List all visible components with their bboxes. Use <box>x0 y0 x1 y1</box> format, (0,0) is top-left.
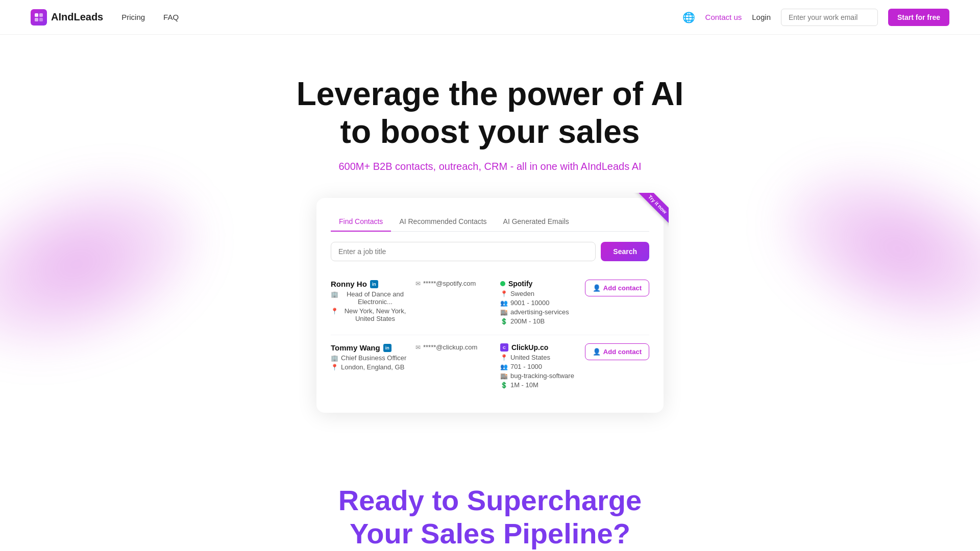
active-dot-1 <box>500 281 505 286</box>
search-row: Search <box>331 242 649 261</box>
pin-icon-1: 📍 <box>331 308 338 315</box>
cta-title-line2: Your Sales Pipeline? <box>350 517 630 549</box>
add-contact-button-2[interactable]: 👤 Add contact <box>585 343 649 360</box>
add-icon-2: 👤 <box>593 348 601 356</box>
tab-ai-recommended[interactable]: AI Recommended Contacts <box>391 212 495 232</box>
email-input[interactable] <box>781 9 878 26</box>
contact-email-1: ✉ *****@spotify.com <box>415 280 494 289</box>
tabs: Find Contacts AI Recommended Contacts AI… <box>331 212 649 232</box>
contact-email-2: ✉ *****@clickup.com <box>415 343 494 353</box>
email-icon-2: ✉ <box>415 344 421 351</box>
add-contact-button-1[interactable]: 👤 Add contact <box>585 280 649 296</box>
hero-subtitle: 600M+ B2B contacts, outreach, CRM - all … <box>10 161 970 172</box>
add-contact-wrap-1: 👤 Add contact <box>585 280 649 296</box>
company-revenue-1: 💲 200M - 10B <box>500 317 579 325</box>
users-icon-2: 👥 <box>500 363 508 370</box>
dollar-icon-2: 💲 <box>500 382 508 389</box>
nav-left: AIndLeads Pricing FAQ <box>31 9 179 26</box>
email-icon-1: ✉ <box>415 280 421 287</box>
company-name-1: Spotify <box>500 280 579 288</box>
contact-name-2: Tommy Wang in <box>331 343 409 352</box>
contact-title-1: 🏢 Head of Dance and Electronic... <box>331 290 409 306</box>
main-card: Try it now Find Contacts AI Recommended … <box>316 198 664 413</box>
company-info-2: C ClickUp.co 📍 United States 👥 701 - 100… <box>500 343 579 390</box>
ribbon: Try it now <box>635 193 669 228</box>
company-employees-2: 👥 701 - 1000 <box>500 363 579 370</box>
company-country-2: 📍 United States <box>500 354 579 361</box>
globe-button[interactable]: 🌐 <box>682 11 695 23</box>
company-name-2: C ClickUp.co <box>500 343 579 352</box>
add-icon-1: 👤 <box>593 284 601 292</box>
svg-rect-2 <box>35 18 38 21</box>
add-contact-wrap-2: 👤 Add contact <box>585 343 649 360</box>
ribbon-wrap: Try it now <box>623 193 669 239</box>
email-row-2: ✉ *****@clickup.com <box>415 343 494 351</box>
logo[interactable]: AIndLeads <box>31 9 103 26</box>
cta-title: Ready to Supercharge Your Sales Pipeline… <box>10 484 970 550</box>
svg-rect-1 <box>39 13 43 17</box>
contact-link[interactable]: Contact us <box>705 13 742 21</box>
company-sq-icon-2: C <box>500 343 508 352</box>
faq-link[interactable]: FAQ <box>163 13 179 21</box>
search-button[interactable]: Search <box>601 242 649 261</box>
nav-right: 🌐 Contact us Login Start for free <box>682 9 949 26</box>
pricing-link[interactable]: Pricing <box>121 13 145 21</box>
cta-section: Ready to Supercharge Your Sales Pipeline… <box>0 454 980 551</box>
company-info-1: Spotify 📍 Sweden 👥 9001 - 10000 🏬 advert… <box>500 280 579 327</box>
contact-name-1: Ronny Ho in <box>331 280 409 288</box>
cta-title-line1: Ready to Supercharge <box>338 484 642 516</box>
company-category-2: 🏬 bug-tracking-software <box>500 372 579 380</box>
building-icon-1: 🏬 <box>500 309 508 316</box>
tab-find-contacts[interactable]: Find Contacts <box>331 212 391 232</box>
pin-icon-2: 📍 <box>331 364 338 371</box>
email-row-1: ✉ *****@spotify.com <box>415 280 494 287</box>
table-row: Tommy Wang in 🏢 Chief Business Officer 📍… <box>331 335 649 398</box>
company-country-1: 📍 Sweden <box>500 290 579 297</box>
contact-location-2: 📍 London, England, GB <box>331 363 409 371</box>
logo-icon <box>31 9 47 26</box>
company-employees-1: 👥 9001 - 10000 <box>500 299 579 307</box>
svg-rect-3 <box>39 18 43 21</box>
login-link[interactable]: Login <box>752 13 771 21</box>
hero-title-line1: Leverage the power of AI <box>297 76 684 112</box>
users-icon-1: 👥 <box>500 299 508 307</box>
hero-section: Leverage the power of AI to boost your s… <box>0 35 980 413</box>
linkedin-icon-2: in <box>383 344 391 352</box>
dollar-icon-1: 💲 <box>500 318 508 325</box>
table-row: Ronny Ho in 🏢 Head of Dance and Electron… <box>331 271 649 335</box>
contact-info-2: Tommy Wang in 🏢 Chief Business Officer 📍… <box>331 343 409 372</box>
linkedin-icon-1: in <box>370 280 378 288</box>
navbar: AIndLeads Pricing FAQ 🌐 Contact us Login… <box>0 0 980 35</box>
contact-info-1: Ronny Ho in 🏢 Head of Dance and Electron… <box>331 280 409 324</box>
company-revenue-2: 💲 1M - 10M <box>500 381 579 389</box>
contact-title-2: 🏢 Chief Business Officer <box>331 354 409 362</box>
country-pin-2: 📍 <box>500 354 508 361</box>
hero-title-line2: to boost your sales <box>340 113 640 150</box>
logo-text: AIndLeads <box>51 11 103 23</box>
start-free-button[interactable]: Start for free <box>888 9 949 26</box>
job-title-input[interactable] <box>331 242 596 261</box>
company-category-1: 🏬 advertising-services <box>500 308 579 316</box>
svg-rect-0 <box>35 13 38 17</box>
briefcase-icon-1: 🏢 <box>331 291 338 298</box>
tab-ai-emails[interactable]: AI Generated Emails <box>495 212 577 232</box>
card-wrapper: Try it now Find Contacts AI Recommended … <box>10 198 970 413</box>
hero-title: Leverage the power of AI to boost your s… <box>10 76 970 151</box>
briefcase-icon-2: 🏢 <box>331 355 338 362</box>
country-pin-1: 📍 <box>500 290 508 297</box>
contact-location-1: 📍 New York, New York, United States <box>331 307 409 322</box>
building-icon-2: 🏬 <box>500 372 508 380</box>
